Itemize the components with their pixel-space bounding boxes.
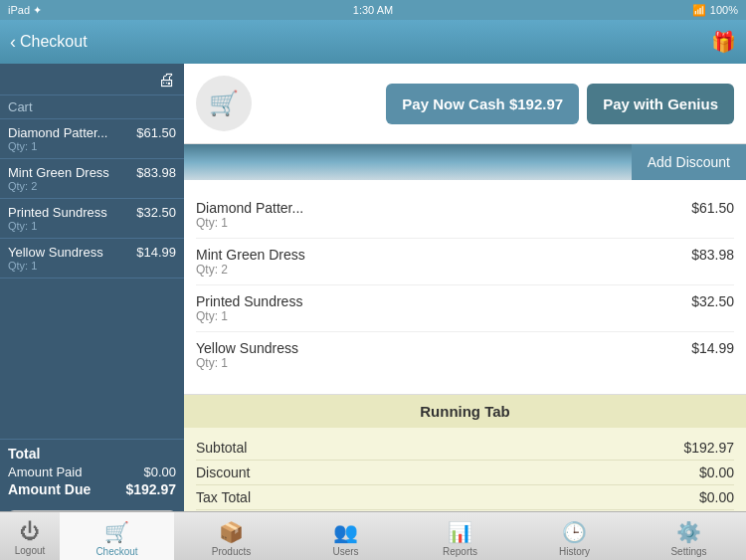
cart-item-qty: Qty: 1	[8, 140, 107, 152]
cart-item-price: $61.50	[136, 125, 176, 140]
order-item[interactable]: Yellow Sundress Qty: 1 $14.99	[196, 332, 734, 378]
tab-products[interactable]: 📦 Products	[174, 512, 288, 560]
sidebar: 🖨 Cart Diamond Patter... Qty: 1 $61.50 M…	[0, 64, 184, 560]
chevron-left-icon: ‹	[10, 32, 16, 53]
running-tab-header: Running Tab	[184, 395, 746, 428]
amount-paid-value: $0.00	[143, 465, 176, 479]
cart-label: Cart	[0, 95, 184, 119]
sidebar-spacer	[0, 279, 184, 439]
status-time: 1:30 AM	[353, 4, 393, 16]
cart-item-name: Yellow Sundress	[8, 245, 103, 260]
history-tab-label: History	[559, 546, 590, 557]
back-button[interactable]: ‹ Checkout	[10, 32, 88, 53]
amount-paid-row: Amount Paid $0.00	[8, 464, 176, 480]
sidebar-top: 🖨	[0, 64, 184, 95]
checkout-tab-label: Checkout	[95, 546, 137, 557]
order-item-price: $14.99	[691, 340, 734, 356]
tab-settings[interactable]: ⚙️ Settings	[632, 512, 746, 560]
cart-large-icon: 🛒	[209, 90, 239, 117]
order-item-qty: Qty: 1	[196, 356, 298, 370]
order-item-name: Mint Green Dress	[196, 247, 305, 263]
order-item-price: $61.50	[691, 200, 734, 216]
order-item[interactable]: Mint Green Dress Qty: 2 $83.98	[196, 239, 734, 285]
gift-icon[interactable]: 🎁	[711, 30, 736, 54]
pay-now-button[interactable]: Pay Now Cash $192.97	[386, 84, 579, 124]
settings-tab-label: Settings	[670, 546, 706, 557]
settings-icon: ⚙️	[676, 520, 701, 544]
pay-buttons-group: Pay Now Cash $192.97 Pay with Genius	[386, 84, 734, 124]
amount-paid-label: Amount Paid	[8, 465, 82, 479]
cart-item-qty: Qty: 1	[8, 220, 107, 232]
main-layout: 🖨 Cart Diamond Patter... Qty: 1 $61.50 M…	[0, 64, 746, 560]
products-tab-label: Products	[212, 546, 251, 557]
cart-item-name: Diamond Patter...	[8, 125, 107, 140]
tab-bar: ⏻ Logout 🛒 Checkout 📦 Products 👥 Users 📊…	[0, 511, 746, 560]
reports-tab-label: Reports	[443, 546, 477, 557]
status-left: iPad ✦	[8, 4, 42, 17]
amount-due-value: $192.97	[125, 481, 176, 497]
tab-history[interactable]: 🕒 History	[517, 512, 632, 560]
subtotal-row: Subtotal $192.97	[196, 436, 734, 461]
order-item-price: $32.50	[691, 293, 734, 309]
cart-item[interactable]: Printed Sundress Qty: 1 $32.50	[0, 199, 184, 239]
sidebar-total: Total Amount Paid $0.00 Amount Due $192.…	[0, 439, 184, 504]
discount-value: $0.00	[699, 465, 734, 480]
amount-due-row: Amount Due $192.97	[8, 480, 176, 498]
order-item-price: $83.98	[691, 247, 734, 263]
status-bar: iPad ✦ 1:30 AM 📶 100%	[0, 0, 746, 20]
subtotal-label: Subtotal	[196, 440, 247, 456]
cart-item-price: $32.50	[136, 205, 176, 220]
subtotal-value: $192.97	[683, 440, 734, 456]
users-tab-label: Users	[332, 546, 358, 557]
battery-icon: 100%	[710, 4, 738, 16]
total-label: Total	[8, 446, 176, 462]
nav-bar: ‹ Checkout 🎁	[0, 20, 746, 64]
order-items-list: Diamond Patter... Qty: 1 $61.50 Mint Gre…	[184, 184, 746, 386]
printer-icon[interactable]: 🖨	[158, 70, 176, 91]
right-top: 🛒 Pay Now Cash $192.97 Pay with Genius	[184, 64, 746, 144]
cart-icon-container: 🛒	[196, 76, 252, 131]
order-item-name: Printed Sundress	[196, 293, 302, 309]
order-item-qty: Qty: 1	[196, 216, 303, 230]
order-item[interactable]: Diamond Patter... Qty: 1 $61.50	[196, 192, 734, 239]
cart-item-qty: Qty: 1	[8, 260, 103, 272]
cart-item-name: Printed Sundress	[8, 205, 107, 220]
status-right: 📶 100%	[692, 4, 738, 17]
logout-icon: ⏻	[20, 520, 40, 543]
order-item-name: Yellow Sundress	[196, 340, 298, 356]
tab-checkout[interactable]: 🛒 Checkout	[60, 512, 174, 560]
right-panel: 🛒 Pay Now Cash $192.97 Pay with Genius A…	[184, 64, 746, 560]
amount-due-label: Amount Due	[8, 481, 91, 497]
cart-item-price: $83.98	[136, 165, 176, 180]
order-item-name: Diamond Patter...	[196, 200, 303, 216]
cart-item-name: Mint Green Dress	[8, 165, 109, 180]
order-item-qty: Qty: 1	[196, 309, 302, 323]
products-icon: 📦	[219, 520, 244, 544]
order-item-qty: Qty: 2	[196, 263, 305, 277]
discount-bar: Add Discount	[184, 144, 746, 180]
tax-row: Tax Total $0.00	[196, 485, 734, 510]
cart-item[interactable]: Yellow Sundress Qty: 1 $14.99	[0, 239, 184, 279]
tax-value: $0.00	[699, 489, 734, 505]
order-item[interactable]: Printed Sundress Qty: 1 $32.50	[196, 285, 734, 332]
cart-item-price: $14.99	[136, 245, 176, 260]
cart-item-qty: Qty: 2	[8, 180, 109, 192]
pay-genius-button[interactable]: Pay with Genius	[587, 84, 734, 124]
tab-users[interactable]: 👥 Users	[288, 512, 403, 560]
wifi-icon: 📶	[692, 4, 706, 17]
back-label: Checkout	[20, 33, 88, 51]
reports-icon: 📊	[448, 520, 472, 544]
users-icon: 👥	[333, 520, 358, 544]
logout-label: Logout	[15, 545, 46, 556]
history-icon: 🕒	[562, 520, 587, 544]
discount-label: Discount	[196, 465, 250, 480]
tab-reports[interactable]: 📊 Reports	[403, 512, 517, 560]
discount-row: Discount $0.00	[196, 461, 734, 485]
checkout-icon: 🛒	[104, 520, 129, 544]
cart-item[interactable]: Mint Green Dress Qty: 2 $83.98	[0, 159, 184, 199]
logout-tab[interactable]: ⏻ Logout	[0, 512, 60, 560]
cart-item[interactable]: Diamond Patter... Qty: 1 $61.50	[0, 119, 184, 159]
tax-label: Tax Total	[196, 489, 251, 505]
add-discount-button[interactable]: Add Discount	[632, 144, 746, 180]
